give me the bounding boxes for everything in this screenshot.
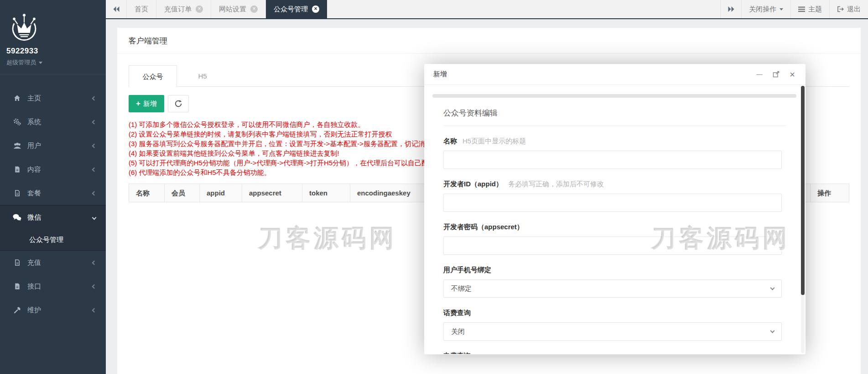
chevron-down-icon [770, 285, 775, 290]
user-id: 5922933 [6, 47, 106, 56]
sidebar-menu: 主页 系统 用户 [0, 74, 106, 322]
tab-site-settings[interactable]: 网站设置 × [211, 0, 266, 18]
collapse-tabs-left-button[interactable] [106, 0, 127, 18]
file-outline-icon [13, 190, 21, 197]
topbar-right-actions: 关闭操作 主题 退出 [720, 0, 868, 18]
phone-bind-select[interactable]: 不绑定 [443, 279, 782, 298]
electric-fee-query-label: 电费查询 [443, 352, 471, 354]
close-tab-icon[interactable]: × [312, 5, 319, 13]
sidebar-group-wechat: 微信 公众号管理 [0, 205, 106, 251]
chevron-left-icon [92, 191, 97, 195]
account-form: 名称 H5页面中显示的标题 开发者ID（appid） 务必填写正确，添加后不可修… [424, 137, 806, 354]
logout-button[interactable]: 退出 [829, 0, 868, 18]
modal-tools: — × [755, 70, 796, 79]
modal-scrollbar [801, 86, 805, 353]
close-tab-icon[interactable]: × [196, 5, 203, 13]
chevron-left-icon [92, 143, 97, 148]
chevron-left-icon [92, 308, 97, 312]
field-label-row: 用户手机号绑定 [443, 266, 782, 274]
user-role-dropdown[interactable]: 超级管理员 [6, 58, 106, 67]
chevron-down-icon [770, 328, 775, 333]
chevron-left-icon [92, 284, 97, 289]
sidebar-item-label: 套餐 [27, 189, 41, 198]
sidebar-item-label: 微信 [27, 213, 41, 222]
sidebar-item-recharge[interactable]: 充值 [0, 251, 106, 274]
sidebar-item-maintenance[interactable]: 维护 [0, 298, 106, 322]
sidebar-item-wechat[interactable]: 微信 [0, 205, 106, 229]
phone-fee-query-label: 话费查询 [443, 309, 471, 317]
sidebar: 5922933 超级管理员 主页 系统 [0, 0, 106, 374]
sidebar-item-label: 内容 [27, 165, 41, 174]
crown-logo-icon [7, 9, 41, 43]
sidebar-item-packages[interactable]: 套餐 [0, 181, 106, 205]
tab-h5[interactable]: H5 [179, 65, 226, 87]
name-field-hint: H5页面中显示的标题 [463, 137, 526, 146]
phone-fee-query-select[interactable]: 关闭 [443, 322, 782, 341]
close-operations-label: 关闭操作 [749, 5, 776, 14]
chevron-left-icon [92, 96, 97, 100]
modal-body: 公众号资料编辑 名称 H5页面中显示的标题 开发者ID（appid） 务必填写正… [424, 85, 806, 354]
tab-recharge-orders[interactable]: 充值订单 × [156, 0, 211, 18]
close-icon[interactable]: × [788, 70, 796, 79]
col-token: token [302, 184, 350, 202]
close-operations-dropdown[interactable]: 关闭操作 [741, 0, 790, 18]
sidebar-item-home[interactable]: 主页 [0, 86, 106, 110]
file-icon [13, 283, 21, 290]
chevron-left-icon [92, 260, 97, 265]
sidebar-item-users[interactable]: 用户 [0, 134, 106, 158]
col-actions: 操作 [811, 184, 849, 202]
collapse-tabs-right-button[interactable] [720, 0, 741, 18]
gears-icon [13, 118, 21, 126]
phone-bind-selected-value: 不绑定 [451, 284, 472, 293]
field-label-row: 话费查询 [443, 309, 782, 317]
phone-bind-field-label: 用户手机号绑定 [443, 266, 491, 274]
sidebar-subitem-official-accounts[interactable]: 公众号管理 [0, 229, 106, 250]
caret-down-icon [780, 8, 783, 11]
sidebar-user-block: 5922933 超级管理员 [0, 0, 106, 74]
theme-button[interactable]: 主题 [790, 0, 829, 18]
field-label-row: 电费查询 [443, 352, 782, 354]
file-outline-icon [13, 259, 21, 266]
double-left-arrow-icon [113, 6, 120, 12]
theme-lines-icon [798, 6, 805, 12]
chevron-left-icon [92, 167, 97, 172]
chevron-down-icon [92, 215, 97, 220]
sidebar-item-content[interactable]: 内容 [0, 158, 106, 181]
modal-title: 新增 [433, 70, 447, 79]
theme-label: 主题 [808, 5, 822, 14]
appid-input[interactable] [443, 194, 782, 212]
sidebar-item-api[interactable]: 接口 [0, 274, 106, 298]
modal-header: 新增 — × [424, 64, 806, 85]
appsecret-input[interactable] [443, 237, 782, 255]
tab-label: 充值订单 [164, 5, 192, 14]
chevron-left-icon [92, 120, 97, 124]
page-title: 客户端管理 [117, 28, 861, 54]
tab-home[interactable]: 首页 [127, 0, 156, 18]
appid-field-label: 开发者ID（appid） [443, 180, 503, 189]
sidebar-item-label: 接口 [27, 282, 41, 291]
home-icon [13, 95, 21, 102]
close-tab-icon[interactable]: × [250, 5, 258, 13]
wrench-icon [13, 306, 21, 314]
wechat-icon [13, 214, 21, 221]
tab-label: 网站设置 [219, 5, 246, 14]
col-appid: appid [200, 184, 242, 202]
double-right-arrow-icon [728, 6, 735, 12]
tab-official-account[interactable]: 公众号 [129, 65, 177, 87]
minimize-icon[interactable]: — [755, 70, 764, 79]
tab-official-account-mgmt[interactable]: 公众号管理 × [266, 0, 327, 18]
divider-bar [432, 94, 796, 98]
name-input[interactable] [443, 151, 782, 169]
file-icon [13, 166, 21, 173]
maximize-icon[interactable] [772, 70, 780, 79]
tab-label: 首页 [135, 5, 148, 14]
sidebar-item-label: 维护 [27, 306, 41, 315]
add-button[interactable]: + 新增 [129, 95, 164, 112]
users-icon [13, 142, 21, 149]
col-member: 会员 [165, 184, 200, 202]
add-account-modal: 新增 — × 公众号资料编辑 名称 H5页面中显示的标题 开发者ID（appid… [424, 64, 806, 354]
field-label-row: 名称 H5页面中显示的标题 [443, 137, 782, 146]
modal-scrollbar-thumb[interactable] [801, 86, 805, 295]
refresh-button[interactable] [168, 95, 189, 112]
sidebar-item-system[interactable]: 系统 [0, 110, 106, 134]
